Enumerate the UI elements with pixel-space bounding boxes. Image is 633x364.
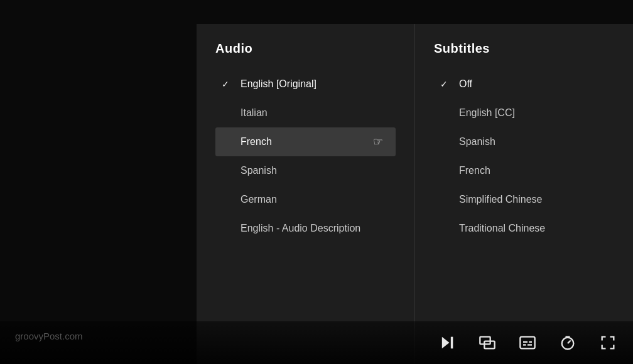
- subtitle-item-off[interactable]: ✓ Off: [434, 70, 614, 99]
- audio-item-german[interactable]: German: [215, 185, 396, 214]
- subtitles-icon: [519, 334, 536, 351]
- subtitle-label-traditional-chinese: Traditional Chinese: [459, 223, 545, 234]
- subtitles-title: Subtitles: [434, 41, 614, 56]
- subtitles-button[interactable]: [517, 333, 538, 353]
- fullscreen-icon: [599, 334, 617, 351]
- subtitle-item-simplified-chinese[interactable]: Simplified Chinese: [434, 185, 614, 214]
- audio-label-spanish: Spanish: [241, 165, 277, 176]
- subtitle-label-french: French: [459, 165, 490, 176]
- check-icon-off: ✓: [440, 79, 453, 89]
- subtitle-item-spanish[interactable]: Spanish: [434, 127, 614, 156]
- subtitle-label-off: Off: [459, 78, 472, 90]
- episodes-button[interactable]: [477, 333, 497, 353]
- svg-line-10: [568, 341, 571, 344]
- subtitle-label-simplified-chinese: Simplified Chinese: [459, 194, 543, 205]
- svg-marker-0: [442, 337, 450, 349]
- subtitle-label-english-cc: English [CC]: [459, 107, 515, 119]
- audio-item-french[interactable]: French ☞: [215, 127, 396, 156]
- audio-label-audio-description: English - Audio Description: [241, 223, 360, 234]
- subtitle-label-spanish: Spanish: [459, 136, 495, 147]
- skip-next-button[interactable]: [437, 333, 457, 353]
- audio-label-english-original: English [Original]: [241, 78, 316, 90]
- episodes-icon: [479, 334, 496, 351]
- controls-bar: [0, 321, 633, 364]
- subtitle-item-english-cc[interactable]: English [CC]: [434, 99, 614, 127]
- audio-item-italian[interactable]: Italian: [215, 99, 396, 127]
- fullscreen-button[interactable]: [598, 333, 618, 353]
- audio-label-italian: Italian: [241, 107, 268, 119]
- speed-icon: [559, 334, 576, 351]
- speed-button[interactable]: [558, 333, 578, 353]
- audio-item-english-original[interactable]: ✓ English [Original]: [215, 70, 396, 99]
- audio-label-french: French: [241, 136, 272, 147]
- subtitles-column: Subtitles ✓ Off English [CC] Spanish Fre…: [414, 24, 633, 364]
- subtitle-item-french[interactable]: French: [434, 156, 614, 185]
- svg-rect-1: [451, 337, 453, 349]
- audio-item-spanish[interactable]: Spanish: [215, 156, 396, 185]
- skip-next-icon: [438, 334, 456, 351]
- subtitle-item-traditional-chinese[interactable]: Traditional Chinese: [434, 214, 614, 243]
- check-icon-english-original: ✓: [222, 79, 234, 89]
- cursor-pointer-icon: ☞: [373, 135, 383, 149]
- audio-title: Audio: [215, 41, 396, 56]
- audio-column: Audio ✓ English [Original] Italian Frenc…: [197, 24, 414, 364]
- audio-subtitles-panel: Audio ✓ English [Original] Italian Frenc…: [197, 24, 633, 364]
- audio-label-german: German: [241, 194, 277, 205]
- audio-item-audio-description[interactable]: English - Audio Description: [215, 214, 396, 243]
